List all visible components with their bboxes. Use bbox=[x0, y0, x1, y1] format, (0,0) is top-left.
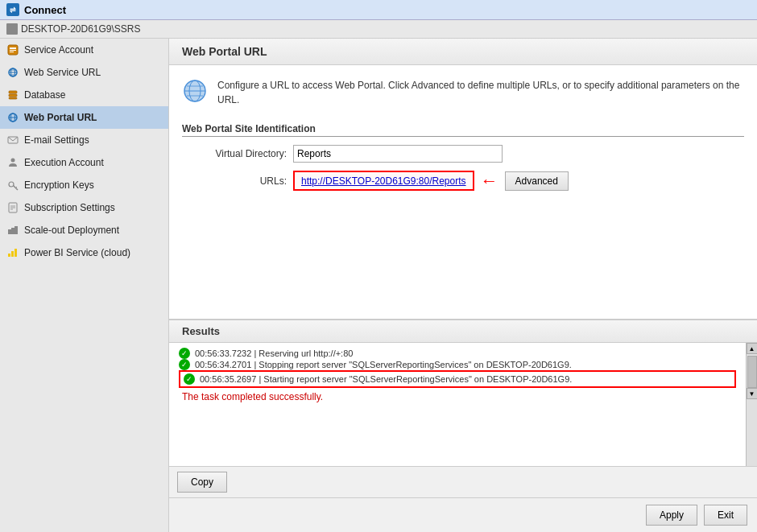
section-header: Web Portal Site Identification bbox=[182, 123, 744, 137]
svg-rect-10 bbox=[9, 94, 17, 97]
sidebar-item-subscription-settings[interactable]: Subscription Settings bbox=[0, 196, 168, 219]
connect-icon: ⇌ bbox=[6, 3, 19, 16]
result-text-2: 00:56:34.2701 | Stopping report server "… bbox=[195, 360, 572, 369]
result-text-1: 00:56:33.7232 | Reserving url http://+:8… bbox=[195, 348, 353, 358]
svg-rect-24 bbox=[8, 229, 11, 234]
server-name-label: DESKTOP-20D61G9\SSRS bbox=[21, 23, 141, 35]
svg-rect-25 bbox=[11, 228, 14, 234]
execution-icon bbox=[6, 156, 19, 169]
top-panel: Web Portal URL Configure a URL to a bbox=[169, 39, 757, 320]
sidebar-item-power-bi-service[interactable]: Power BI Service (cloud) bbox=[0, 241, 168, 264]
sidebar-label-power-bi-service: Power BI Service (cloud) bbox=[24, 247, 130, 258]
connect-label: Connect bbox=[24, 4, 66, 16]
sidebar-item-web-portal-url[interactable]: Web Portal URL bbox=[0, 106, 168, 129]
sidebar-item-web-service-url[interactable]: Web Service URL bbox=[0, 61, 168, 84]
web-portal-icon bbox=[6, 111, 19, 124]
urls-row: URLs: http://DESKTOP-20D61G9:80/Reports … bbox=[182, 171, 744, 191]
check-icon-2: ✓ bbox=[179, 359, 190, 370]
sidebar-label-email-settings: E-mail Settings bbox=[24, 134, 89, 146]
scrollbar-down[interactable]: ▼ bbox=[747, 388, 758, 399]
sidebar-label-execution-account: Execution Account bbox=[24, 157, 104, 168]
scrollbar-up[interactable]: ▲ bbox=[747, 343, 758, 354]
service-account-icon bbox=[6, 43, 19, 56]
svg-rect-3 bbox=[10, 52, 14, 52]
exit-button[interactable]: Exit bbox=[704, 505, 747, 526]
email-icon bbox=[6, 134, 19, 146]
svg-rect-2 bbox=[10, 50, 16, 51]
sidebar-item-encryption-keys[interactable]: Encryption Keys bbox=[0, 174, 168, 196]
results-action-bar: Copy bbox=[169, 466, 757, 497]
copy-button[interactable]: Copy bbox=[177, 472, 227, 493]
virtual-directory-label: Virtual Directory: bbox=[182, 148, 287, 159]
virtual-directory-input[interactable] bbox=[293, 145, 503, 163]
sidebar: Service Account Web Service URL bbox=[0, 39, 169, 532]
sidebar-label-service-account: Service Account bbox=[24, 44, 93, 56]
sidebar-label-encryption-keys: Encryption Keys bbox=[24, 179, 94, 191]
top-bar: ⇌ Connect bbox=[0, 0, 757, 20]
content-area: Web Portal URL Configure a URL to a bbox=[169, 39, 757, 532]
url-link[interactable]: http://DESKTOP-20D61G9:80/Reports bbox=[301, 175, 466, 187]
powerbi-icon bbox=[6, 246, 19, 259]
encryption-icon bbox=[6, 179, 19, 192]
check-icon-1: ✓ bbox=[179, 348, 190, 359]
main-layout: Service Account Web Service URL bbox=[0, 39, 757, 532]
svg-rect-11 bbox=[9, 97, 17, 99]
scrollbar-thumb[interactable] bbox=[747, 356, 757, 388]
sidebar-item-database[interactable]: Database bbox=[0, 84, 168, 106]
results-content: ✓ 00:56:33.7232 | Reserving url http://+… bbox=[169, 343, 746, 466]
sidebar-label-database: Database bbox=[24, 89, 65, 101]
url-link-container: http://DESKTOP-20D61G9:80/Reports bbox=[293, 171, 474, 191]
svg-rect-27 bbox=[8, 254, 10, 257]
urls-label: URLs: bbox=[182, 175, 287, 187]
success-text: The task completed successfully. bbox=[182, 391, 736, 402]
virtual-directory-row: Virtual Directory: bbox=[182, 145, 744, 163]
svg-point-16 bbox=[11, 159, 15, 163]
sidebar-item-scale-out-deployment[interactable]: Scale-out Deployment bbox=[0, 219, 168, 241]
result-line-1: ✓ 00:56:33.7232 | Reserving url http://+… bbox=[179, 348, 736, 359]
bottom-panel: Results ✓ 00:56:33.7232 | Reserving url … bbox=[169, 320, 757, 497]
panel-title: Web Portal URL bbox=[169, 39, 757, 65]
globe-icon bbox=[182, 78, 208, 106]
sidebar-item-service-account[interactable]: Service Account bbox=[0, 39, 168, 61]
panel-body: Configure a URL to access Web Portal. Cl… bbox=[169, 65, 757, 212]
svg-rect-28 bbox=[11, 251, 14, 257]
database-icon bbox=[6, 89, 19, 101]
svg-rect-29 bbox=[14, 249, 17, 257]
results-wrapper: ✓ 00:56:33.7232 | Reserving url http://+… bbox=[169, 343, 757, 466]
server-icon bbox=[6, 23, 18, 35]
scaleout-icon bbox=[6, 224, 19, 237]
web-service-icon bbox=[6, 66, 19, 79]
red-arrow-right: ← bbox=[481, 172, 498, 190]
advanced-button[interactable]: Advanced bbox=[505, 171, 569, 191]
subscription-icon bbox=[6, 201, 19, 214]
svg-rect-26 bbox=[14, 226, 18, 234]
scrollbar[interactable]: ▲ ▼ bbox=[746, 343, 757, 466]
svg-rect-9 bbox=[9, 91, 17, 93]
sidebar-label-scale-out-deployment: Scale-out Deployment bbox=[24, 225, 119, 236]
result-line-3: ✓ 00:56:35.2697 | Starting report server… bbox=[179, 370, 736, 388]
svg-rect-1 bbox=[10, 47, 16, 49]
check-icon-3: ✓ bbox=[184, 373, 195, 385]
action-bar: Apply Exit bbox=[169, 497, 757, 532]
info-section: Configure a URL to access Web Portal. Cl… bbox=[182, 78, 744, 107]
result-text-3: 00:56:35.2697 | Starting report server "… bbox=[200, 374, 572, 384]
server-name-row: DESKTOP-20D61G9\SSRS bbox=[0, 20, 757, 39]
results-title: Results bbox=[169, 320, 757, 343]
sidebar-label-web-service-url: Web Service URL bbox=[24, 67, 101, 78]
sidebar-label-web-portal-url: Web Portal URL bbox=[24, 112, 97, 123]
apply-button[interactable]: Apply bbox=[646, 505, 697, 526]
result-line-2: ✓ 00:56:34.2701 | Stopping report server… bbox=[179, 359, 736, 370]
sidebar-item-execution-account[interactable]: Execution Account bbox=[0, 151, 168, 174]
sidebar-label-subscription-settings: Subscription Settings bbox=[24, 202, 115, 213]
info-text: Configure a URL to access Web Portal. Cl… bbox=[217, 78, 744, 107]
sidebar-item-email-settings[interactable]: E-mail Settings bbox=[0, 129, 168, 151]
